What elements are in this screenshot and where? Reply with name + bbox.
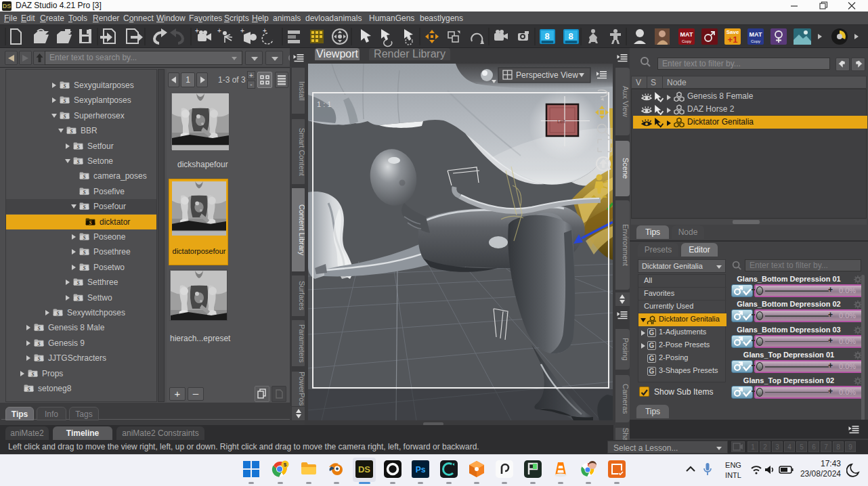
svg-text:MAT: MAT — [680, 31, 693, 38]
svg-text:+: + — [263, 27, 267, 35]
svg-text:Copy: Copy — [751, 39, 760, 43]
svg-text:$: $ — [284, 462, 287, 468]
svg-text:Perspective View: Perspective View — [516, 70, 578, 80]
svg-text:MAT: MAT — [750, 31, 762, 38]
svg-text:+1: +1 — [728, 35, 738, 45]
svg-text:8: 8 — [568, 31, 573, 41]
svg-text:1 : 1: 1 : 1 — [317, 100, 331, 108]
svg-text:Left: Left — [557, 119, 565, 124]
svg-text:8: 8 — [544, 31, 549, 41]
svg-text:+: + — [217, 27, 221, 35]
svg-text:+: + — [240, 27, 244, 35]
svg-text:Copy: Copy — [682, 39, 691, 43]
svg-text:Ps: Ps — [416, 465, 426, 474]
svg-text:DS: DS — [358, 464, 370, 474]
svg-text:+: + — [195, 27, 199, 35]
